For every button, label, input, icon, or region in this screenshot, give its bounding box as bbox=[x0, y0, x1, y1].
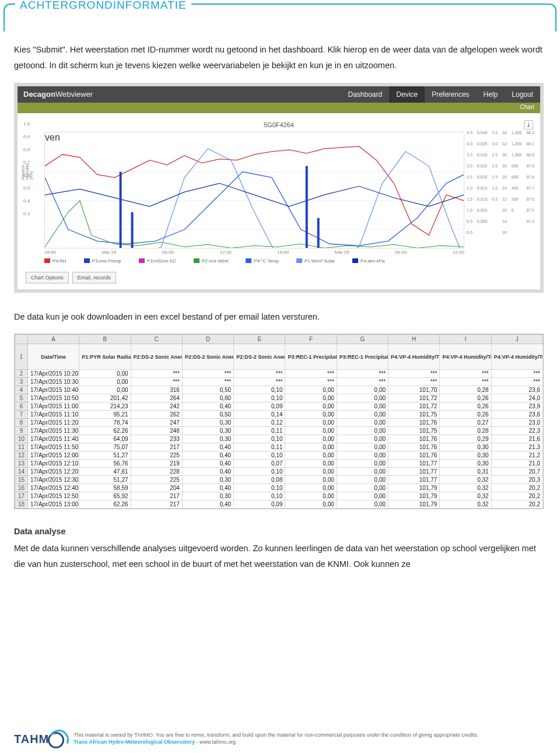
cell-datetime: 17/Apr/2015 12:50 bbox=[28, 492, 79, 500]
tahmo-logo-text: TAHM bbox=[14, 733, 49, 746]
row-number[interactable]: 4 bbox=[15, 386, 28, 394]
cell: 0,00 bbox=[337, 484, 388, 492]
row-number[interactable]: 16 bbox=[15, 484, 28, 492]
row-number[interactable]: 11 bbox=[15, 443, 28, 451]
table-row: 717/Apr/2015 11:1095,212620,500,140,000,… bbox=[15, 411, 543, 419]
cell: 95,21 bbox=[79, 411, 131, 419]
cell-datetime: 17/Apr/2015 11:30 bbox=[28, 427, 79, 435]
nav-item-preferences[interactable]: Preferences bbox=[425, 86, 477, 103]
col-letter[interactable]: J bbox=[491, 335, 542, 344]
cell: 0,10 bbox=[234, 484, 285, 492]
table-header: P2:DS-2 Sonic Anemometer ° bbox=[131, 344, 182, 370]
table-row: 1317/Apr/2015 12:1056,762190,400,070,000… bbox=[15, 460, 543, 468]
col-letter[interactable]: F bbox=[285, 335, 337, 344]
x-tick: 06:00 bbox=[162, 250, 174, 255]
row-number[interactable]: 14 bbox=[15, 468, 28, 476]
cell: 217 bbox=[131, 492, 182, 500]
webviewer-nav: DashboardDevicePreferencesHelpLogout bbox=[341, 86, 541, 103]
cell: 0,40 bbox=[182, 500, 233, 509]
cell-datetime: 17/Apr/2015 10:50 bbox=[28, 394, 79, 402]
cell: *** bbox=[285, 378, 337, 386]
cell: 101,76 bbox=[388, 443, 440, 451]
table-row: 817/Apr/2015 11:2078,742470,300,120,000,… bbox=[15, 419, 543, 427]
cell: 0,12 bbox=[234, 419, 285, 427]
cell: 0,10 bbox=[234, 451, 285, 460]
cell: 21,6 bbox=[491, 435, 542, 443]
row-number[interactable]: 10 bbox=[15, 435, 28, 443]
webviewer-subbar: Chart bbox=[18, 103, 540, 113]
table-row: 1617/Apr/2015 12:4058,592040,400,100,000… bbox=[15, 484, 543, 492]
cell: 0,00 bbox=[337, 443, 388, 451]
cell: 262 bbox=[131, 411, 182, 419]
row-number[interactable]: 8 bbox=[15, 419, 28, 427]
row-number[interactable]: 15 bbox=[15, 476, 28, 484]
right-y-axes: 4.54.03.53.02.52.01.51.00.50.00.0400.035… bbox=[467, 131, 534, 234]
row-number[interactable]: 3 bbox=[15, 378, 28, 386]
row-number[interactable]: 5 bbox=[15, 394, 28, 402]
col-letter[interactable]: I bbox=[440, 335, 491, 344]
legend-item: P3:mS/cm EC bbox=[139, 258, 176, 264]
download-icon[interactable]: ⤓ bbox=[524, 120, 533, 129]
col-letter[interactable]: B bbox=[79, 335, 131, 344]
row-number[interactable]: 7 bbox=[15, 411, 28, 419]
table-header: P3:REC-1 Precipitation/EC mm bbox=[337, 344, 388, 370]
cell: 20,2 bbox=[491, 484, 542, 492]
cell: *** bbox=[337, 370, 388, 378]
legend-swatch bbox=[44, 258, 50, 263]
nav-item-help[interactable]: Help bbox=[477, 86, 505, 103]
cell: 0,00 bbox=[285, 427, 337, 435]
col-letter[interactable]: E bbox=[234, 335, 285, 344]
cell: 0,00 bbox=[285, 394, 337, 402]
nav-item-dashboard[interactable]: Dashboard bbox=[341, 86, 390, 103]
row-number[interactable]: 13 bbox=[15, 460, 28, 468]
nav-item-logout[interactable]: Logout bbox=[505, 86, 540, 103]
row-number[interactable]: 17 bbox=[15, 492, 28, 500]
row-number[interactable]: 1 bbox=[15, 344, 28, 370]
col-letter[interactable]: A bbox=[28, 335, 79, 344]
row-number[interactable]: 18 bbox=[15, 500, 28, 509]
cell: 225 bbox=[131, 451, 182, 460]
cell: 75,07 bbox=[79, 443, 131, 451]
cell: 0,26 bbox=[440, 411, 491, 419]
legend-item: P1:W/m² Solar bbox=[296, 258, 335, 264]
nav-item-device[interactable]: Device bbox=[389, 86, 425, 103]
cell: 101,77 bbox=[388, 476, 440, 484]
chart-plot-area: ven bbox=[44, 132, 464, 248]
row-number[interactable]: 6 bbox=[15, 402, 28, 411]
cell: 20,2 bbox=[491, 492, 542, 500]
cell-datetime: 17/Apr/2015 12:30 bbox=[28, 476, 79, 484]
email-records-button[interactable]: Email, records bbox=[72, 272, 117, 283]
brand-light: Webviewer bbox=[55, 90, 93, 99]
cell: 0,00 bbox=[337, 435, 388, 443]
legend-item: P3:mm Precip bbox=[84, 258, 121, 264]
cell: *** bbox=[234, 378, 285, 386]
table-header: P1:PYR Solar Radiation W/m² bbox=[79, 344, 131, 370]
table-row: 1417/Apr/2015 12:2047,612280,400,100,000… bbox=[15, 468, 543, 476]
cell: *** bbox=[131, 370, 182, 378]
cell-datetime: 17/Apr/2015 13:00 bbox=[28, 500, 79, 509]
cell: 24,0 bbox=[491, 394, 542, 402]
row-number[interactable]: 12 bbox=[15, 451, 28, 460]
cell: 0,80 bbox=[182, 394, 233, 402]
cell: 0,00 bbox=[337, 451, 388, 460]
page-frame: ACHTERGRONDINFORMATIE bbox=[4, 3, 556, 31]
cell: 0,00 bbox=[337, 394, 388, 402]
row-number[interactable]: 9 bbox=[15, 427, 28, 435]
table-header: P3:REC-1 Precipitation/EC mS/cm bbox=[285, 344, 337, 370]
corner-cell[interactable] bbox=[15, 335, 28, 344]
table-header: P2:DS-2 Sonic Anemometer m/s bbox=[234, 344, 285, 370]
page-main-title: ACHTERGRONDINFORMATIE bbox=[15, 0, 191, 12]
col-letter[interactable]: D bbox=[182, 335, 233, 344]
cell: 0,00 bbox=[285, 386, 337, 394]
col-letter[interactable]: G bbox=[337, 335, 388, 344]
chart-options-button[interactable]: Chart Options bbox=[26, 272, 69, 283]
webviewer-screenshot: DecagonWebviewer DashboardDevicePreferen… bbox=[14, 83, 544, 293]
cell: 0,28 bbox=[440, 427, 491, 435]
row-number[interactable]: 2 bbox=[15, 370, 28, 378]
cell: 0,31 bbox=[440, 468, 491, 476]
col-letter[interactable]: H bbox=[388, 335, 440, 344]
col-letter[interactable]: C bbox=[131, 335, 182, 344]
table-row: 1517/Apr/2015 12:3051,272250,300,080,000… bbox=[15, 476, 543, 484]
tick: 0.3 bbox=[23, 211, 30, 224]
cell: 0,00 bbox=[337, 386, 388, 394]
